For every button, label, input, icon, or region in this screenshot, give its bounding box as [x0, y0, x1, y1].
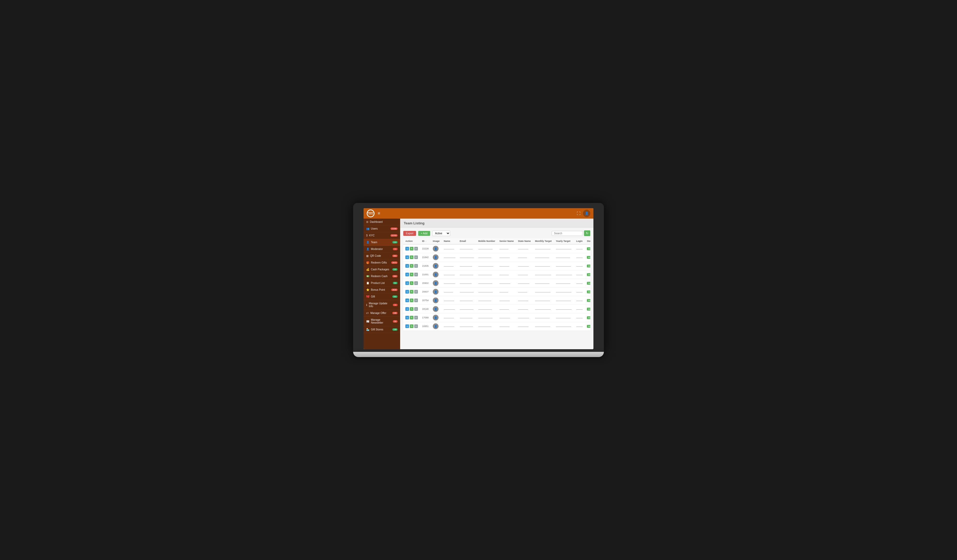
content-inner: Export + Add ActiveInactiveAll ↻ — [400, 228, 594, 333]
monthly-placeholder-0 — [535, 249, 551, 249]
sidebar-badge-redeem-cash: 384 — [392, 275, 398, 278]
action-edit-5[interactable]: ✎ — [410, 290, 414, 293]
action-view-1[interactable]: ⊙ — [405, 256, 409, 259]
action-edit-3[interactable]: ✎ — [410, 273, 414, 276]
cell-email-3 — [458, 270, 476, 279]
action-list-0[interactable]: ≡ — [414, 247, 418, 251]
action-list-9[interactable]: ≡ — [414, 324, 418, 328]
table-row: ⊙ ✎ ≡ 16951👤Active — [403, 322, 590, 331]
team-table: ActionID ↕ImageNameEmailMobile NumberSen… — [403, 238, 590, 331]
action-view-3[interactable]: ⊙ — [405, 273, 409, 276]
mobile-placeholder-5 — [478, 292, 493, 293]
cell-action-0: ⊙ ✎ ≡ — [403, 244, 420, 253]
sidebar-item-bonus-point[interactable]: ⭐ Bonus Point 3638 — [363, 287, 400, 293]
search-input[interactable] — [552, 231, 583, 236]
action-view-8[interactable]: ⊙ — [405, 316, 409, 319]
login-placeholder-5 — [576, 292, 583, 293]
cell-status-2: Active — [585, 262, 590, 270]
sidebar-item-dashboard[interactable]: ⊞ Dashboard — [363, 219, 400, 226]
sidebar-item-product-list[interactable]: 📋 Product List 93 — [363, 280, 400, 287]
action-edit-0[interactable]: ✎ — [410, 247, 414, 251]
action-edit-8[interactable]: ✎ — [410, 316, 414, 319]
action-edit-7[interactable]: ✎ — [410, 307, 414, 311]
action-list-7[interactable]: ≡ — [414, 307, 418, 311]
sidebar-item-moderator[interactable]: 👤 Moderator 5 — [363, 246, 400, 252]
action-edit-4[interactable]: ✎ — [410, 281, 414, 285]
action-list-4[interactable]: ≡ — [414, 281, 418, 285]
monthly-placeholder-1 — [535, 257, 549, 258]
senior-placeholder-0 — [499, 249, 509, 249]
mobile-placeholder-3 — [478, 275, 492, 275]
action-view-4[interactable]: ⊙ — [405, 281, 409, 285]
action-edit-1[interactable]: ✎ — [410, 256, 414, 259]
monthly-placeholder-7 — [535, 309, 551, 310]
sidebar-item-cash-packages[interactable]: 💰 Cash Packages 131 — [363, 266, 400, 273]
topbar-left: WINNERS' CIRCLE ≡ — [367, 210, 380, 217]
user-avatar-top[interactable]: 👤 — [583, 210, 590, 217]
sidebar-item-manage-offer[interactable]: 🏷 Manage Offer 196 — [363, 310, 400, 317]
export-button[interactable]: Export — [403, 231, 416, 236]
action-list-8[interactable]: ≡ — [414, 316, 418, 319]
hamburger-icon[interactable]: ≡ — [378, 211, 380, 216]
cell-senior-4 — [497, 279, 516, 287]
cell-state-0 — [516, 244, 533, 253]
table-row: ⊙ ✎ ≡ 21835👤Active — [403, 262, 590, 270]
action-list-6[interactable]: ≡ — [414, 298, 418, 302]
status-badge-4: Active — [587, 282, 590, 285]
sidebar-item-team[interactable]: 👤 Team 124 — [363, 239, 400, 246]
status-badge-1: Active — [587, 256, 590, 259]
col-login: Login — [574, 238, 585, 244]
col-senior: Senior Name — [497, 238, 516, 244]
cell-yearly-0 — [554, 244, 574, 253]
action-list-3[interactable]: ≡ — [414, 273, 418, 276]
cell-senior-6 — [497, 296, 516, 305]
action-view-2[interactable]: ⊙ — [405, 264, 409, 268]
cell-image-5: 👤 — [431, 287, 442, 296]
sidebar-item-manage-update-info[interactable]: ℹ Manage Update Info 9 — [363, 300, 400, 310]
sidebar-item-gift[interactable]: 🎀 Gift 181 — [363, 293, 400, 300]
sidebar-item-users[interactable]: 👥 Users 22286 — [363, 226, 400, 232]
action-view-5[interactable]: ⊙ — [405, 290, 409, 293]
table-row: ⊙ ✎ ≡ 20837👤Active — [403, 287, 590, 296]
sidebar-badge-moderator: 5 — [393, 248, 398, 250]
action-view-9[interactable]: ⊙ — [405, 324, 409, 328]
add-button[interactable]: + Add — [418, 231, 430, 236]
cell-action-9: ⊙ ✎ ≡ — [403, 322, 420, 331]
cell-monthly-0 — [533, 244, 554, 253]
action-list-2[interactable]: ≡ — [414, 264, 418, 268]
sidebar-item-gift-stores[interactable]: 🏪 Gift Stores 139 — [363, 326, 400, 333]
action-view-6[interactable]: ⊙ — [405, 298, 409, 302]
laptop-base — [353, 352, 604, 357]
cell-monthly-5 — [533, 287, 554, 296]
cell-yearly-3 — [554, 270, 574, 279]
col-id[interactable]: ID ↕ — [420, 238, 431, 244]
cell-mobile-6 — [476, 296, 497, 305]
cell-status-8: Active — [585, 314, 590, 322]
action-edit-9[interactable]: ✎ — [410, 324, 414, 328]
sidebar-label-manage-update-info: Manage Update Info — [369, 302, 391, 308]
expand-icon[interactable]: ⛶ — [577, 211, 580, 216]
sidebar-item-redeem-cash[interactable]: 💵 Redeem Cash 384 — [363, 273, 400, 280]
refresh-button[interactable]: ↻ — [584, 230, 590, 236]
cell-login-6 — [574, 296, 585, 305]
sidebar-icon-users: 👥 — [366, 227, 370, 230]
sidebar-item-qr-code[interactable]: ▦ QR Code 481 — [363, 252, 400, 259]
cell-state-5 — [516, 287, 533, 296]
action-view-0[interactable]: ⊙ — [405, 247, 409, 251]
status-filter[interactable]: ActiveInactiveAll — [432, 230, 450, 236]
user-avatar-2: 👤 — [433, 263, 439, 269]
sidebar-item-redeem-gifts[interactable]: 🎁 Redeem Gifts 2973 — [363, 259, 400, 266]
user-avatar-8: 👤 — [433, 315, 439, 320]
logo-inner: WINNERS' CIRCLE — [368, 210, 374, 216]
state-placeholder-8 — [518, 318, 529, 319]
action-list-1[interactable]: ≡ — [414, 256, 418, 259]
sidebar-item-manage-newsletter[interactable]: 📰 Manage Newsletter 38 — [363, 317, 400, 326]
sidebar-item-kyc[interactable]: $ KYC 20763 — [363, 232, 400, 239]
cell-name-4 — [442, 279, 458, 287]
user-avatar-0: 👤 — [433, 246, 439, 252]
action-edit-6[interactable]: ✎ — [410, 298, 414, 302]
action-list-5[interactable]: ≡ — [414, 290, 418, 293]
action-icons-4: ⊙ ✎ ≡ — [405, 281, 418, 285]
action-edit-2[interactable]: ✎ — [410, 264, 414, 268]
action-view-7[interactable]: ⊙ — [405, 307, 409, 311]
